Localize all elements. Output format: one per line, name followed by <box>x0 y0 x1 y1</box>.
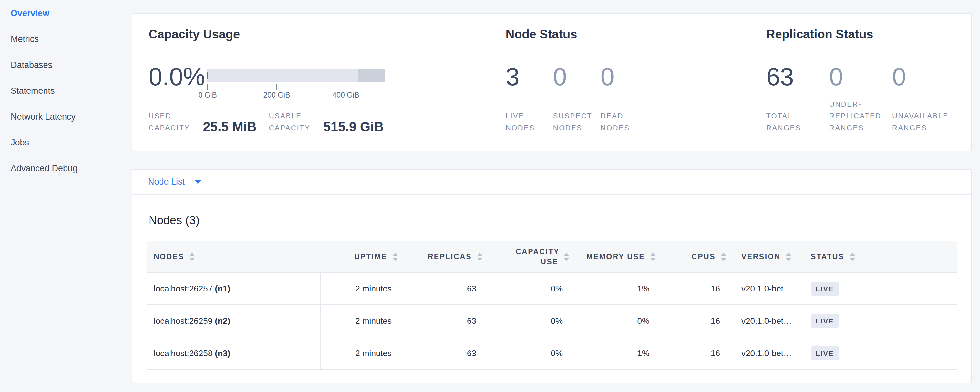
under-replicated-ranges-stat: 0 UNDER-REPLICATED RANGES <box>829 64 892 134</box>
capacity-usage-bar-chart: 0 GiB 200 GiB 400 GiB <box>207 64 385 100</box>
unavailable-ranges-value: 0 <box>892 64 955 89</box>
node-address-cell[interactable]: localhost:26257 (n1) <box>146 273 321 304</box>
capacity-usage-title: Capacity Usage <box>148 26 506 43</box>
sort-icon[interactable] <box>786 253 791 261</box>
sort-icon[interactable] <box>477 253 483 261</box>
total-ranges-stat: 63 TOTAL RANGES <box>766 64 829 134</box>
node-list-dropdown[interactable]: Node List <box>148 177 202 187</box>
column-header-capacity-use[interactable]: CAPACITY USE <box>483 247 569 267</box>
node-status-section: Node Status 3 LIVE NODES 0 SUSPECT NODES… <box>506 26 766 134</box>
node-list-header: Node List <box>132 170 971 194</box>
sidebar: Overview Metrics Databases Statements Ne… <box>0 0 132 392</box>
capacity-used-percent: 0.0% <box>148 64 207 100</box>
usable-capacity-stat: USABLE CAPACITY 515.9 GiB <box>269 110 383 134</box>
node-address: localhost:26258 <box>154 348 212 358</box>
node-address: localhost:26257 <box>154 284 212 293</box>
version-cell: v20.1.0-bet… <box>727 348 811 359</box>
replicas-cell: 63 <box>398 348 483 359</box>
column-header-nodes[interactable]: NODES <box>146 252 321 262</box>
capacity-use-cell: 0% <box>483 348 569 359</box>
column-header-status[interactable]: STATUS <box>811 252 957 262</box>
node-list-card: Node List Nodes (3) NODES UPTIME REPLICA… <box>132 169 972 383</box>
sidebar-item-databases[interactable]: Databases <box>0 52 132 78</box>
capacity-bar-reserved-segment <box>358 69 385 82</box>
status-cell: LIVE <box>811 346 957 360</box>
cpus-cell: 16 <box>656 316 727 326</box>
column-header-memory-use[interactable]: MEMORY USE <box>569 252 656 262</box>
axis-label-400gib: 400 GiB <box>332 91 359 100</box>
suspect-nodes-value: 0 <box>553 64 601 89</box>
sort-icon[interactable] <box>721 253 727 261</box>
sort-icon[interactable] <box>392 253 398 261</box>
axis-label-0gib: 0 GiB <box>198 91 217 100</box>
capacity-use-cell: 0% <box>483 316 569 326</box>
column-header-memory-use-label: MEMORY USE <box>586 252 645 262</box>
usable-capacity-value: 515.9 GiB <box>323 120 383 134</box>
main-content: Capacity Usage 0.0% <box>132 0 972 383</box>
sidebar-item-jobs[interactable]: Jobs <box>0 130 132 155</box>
uptime-cell: 2 minutes <box>321 348 398 359</box>
node-address-cell[interactable]: localhost:26258 (n3) <box>146 337 321 369</box>
version-cell: v20.1.0-bet… <box>727 316 811 326</box>
column-header-version-label: VERSION <box>741 252 780 262</box>
total-ranges-value: 63 <box>766 64 829 89</box>
node-id: (n2) <box>215 316 230 326</box>
nodes-table-header-row: NODES UPTIME REPLICAS CAPACITY USE MEMOR… <box>146 241 957 273</box>
table-row[interactable]: localhost:26257 (n1) 2 minutes 63 0% 1% … <box>146 273 957 305</box>
live-nodes-label: LIVE NODES <box>506 110 535 134</box>
node-address: localhost:26259 <box>154 316 212 326</box>
suspect-nodes-label: SUSPECT NODES <box>553 110 592 134</box>
column-header-version[interactable]: VERSION <box>727 252 811 262</box>
memory-use-cell: 0% <box>569 316 656 326</box>
sidebar-item-metrics[interactable]: Metrics <box>0 26 132 52</box>
sort-icon[interactable] <box>650 253 656 261</box>
sidebar-item-network-latency[interactable]: Network Latency <box>0 104 132 130</box>
column-header-uptime[interactable]: UPTIME <box>321 252 398 262</box>
column-header-cpus[interactable]: CPUS <box>656 252 727 262</box>
total-ranges-label: TOTAL RANGES <box>766 110 801 134</box>
capacity-bar-track <box>207 69 385 82</box>
column-header-replicas[interactable]: REPLICAS <box>398 252 483 262</box>
node-id: (n3) <box>215 348 230 358</box>
column-header-uptime-label: UPTIME <box>354 252 387 262</box>
cpus-cell: 16 <box>656 284 727 294</box>
uptime-cell: 2 minutes <box>321 316 398 326</box>
dead-nodes-value: 0 <box>601 64 648 89</box>
sort-icon[interactable] <box>189 253 195 261</box>
replication-status-title: Replication Status <box>766 26 955 43</box>
table-row[interactable]: localhost:26259 (n2) 2 minutes 63 0% 0% … <box>146 305 957 337</box>
memory-use-cell: 1% <box>569 348 656 359</box>
dead-nodes-label: DEAD NODES <box>601 110 630 134</box>
status-badge: LIVE <box>811 282 839 296</box>
cluster-summary-card: Capacity Usage 0.0% <box>132 13 972 151</box>
unavailable-ranges-stat: 0 UNAVAILABLE RANGES <box>892 64 955 134</box>
node-address-cell[interactable]: localhost:26259 (n2) <box>146 305 321 337</box>
sidebar-item-advanced-debug[interactable]: Advanced Debug <box>0 155 132 181</box>
used-capacity-stat: USED CAPACITY 25.5 MiB <box>148 110 257 134</box>
capacity-usage-section: Capacity Usage 0.0% <box>148 26 506 134</box>
axis-label-200gib: 200 GiB <box>263 91 290 100</box>
live-nodes-value: 3 <box>506 64 553 89</box>
sidebar-item-statements[interactable]: Statements <box>0 78 132 104</box>
status-badge: LIVE <box>811 314 839 328</box>
nodes-table: NODES UPTIME REPLICAS CAPACITY USE MEMOR… <box>146 241 957 370</box>
version-cell: v20.1.0-bet… <box>727 284 811 294</box>
table-row[interactable]: localhost:26258 (n3) 2 minutes 63 0% 1% … <box>146 337 957 370</box>
unavailable-ranges-label: UNAVAILABLE RANGES <box>892 110 949 134</box>
dead-nodes-stat: 0 DEAD NODES <box>601 64 648 134</box>
suspect-nodes-stat: 0 SUSPECT NODES <box>553 64 601 134</box>
capacity-use-cell: 0% <box>483 284 569 294</box>
capacity-bar-used-marker <box>207 72 208 78</box>
replicas-cell: 63 <box>398 284 483 294</box>
sidebar-item-overview[interactable]: Overview <box>0 0 132 26</box>
nodes-table-title: Nodes (3) <box>148 213 971 227</box>
sort-icon[interactable] <box>850 253 855 261</box>
chevron-down-icon <box>194 180 202 184</box>
capacity-bar-ticks <box>207 82 385 89</box>
used-capacity-value: 25.5 MiB <box>203 120 256 134</box>
status-cell: LIVE <box>811 314 957 328</box>
under-replicated-ranges-value: 0 <box>829 64 892 89</box>
sort-icon[interactable] <box>563 253 569 261</box>
node-list-dropdown-label: Node List <box>148 177 185 187</box>
memory-use-cell: 1% <box>569 284 656 294</box>
